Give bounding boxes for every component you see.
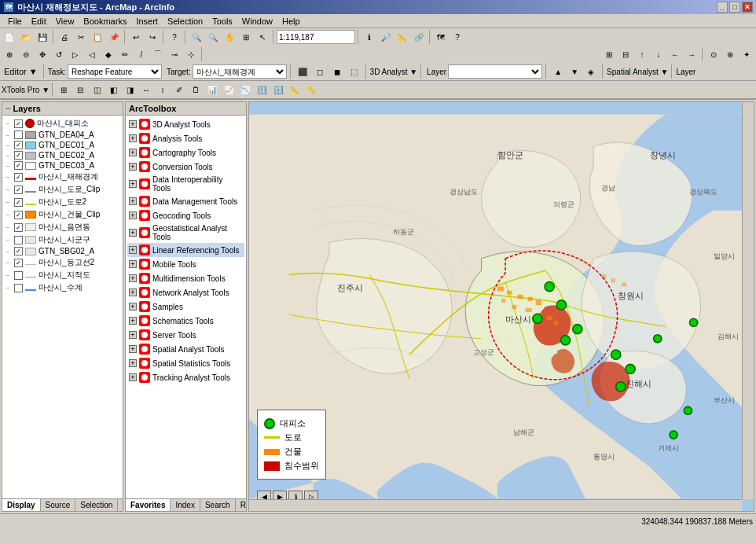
arctool-item-18[interactable]: + Tracking Analyst Tools: [127, 370, 244, 384]
copy-btn[interactable]: 📋: [90, 29, 105, 45]
vertex-btn[interactable]: ◆: [101, 46, 116, 62]
arc-tab-search[interactable]: Search: [200, 499, 236, 511]
close-button[interactable]: ✕: [742, 2, 753, 13]
trace-btn[interactable]: ⊸: [167, 46, 182, 62]
task-dropdown[interactable]: Reshape Feature: [68, 64, 162, 79]
arctool-item-11[interactable]: + Multidimension Tools: [127, 271, 244, 285]
arctool-expand-5[interactable]: +: [129, 180, 137, 188]
menu-edit[interactable]: Edit: [27, 16, 51, 27]
maximize-button[interactable]: □: [729, 2, 740, 13]
arc-tab-results[interactable]: Results: [236, 499, 247, 511]
arctool-expand-12[interactable]: +: [129, 289, 137, 296]
zoom-in-btn[interactable]: 🔍: [189, 29, 204, 45]
spatial-label[interactable]: Spatial Analyst ▼: [607, 68, 668, 76]
tab-display[interactable]: Display: [2, 499, 41, 511]
layer-check-11[interactable]: [14, 236, 23, 244]
open-btn[interactable]: 📂: [18, 29, 34, 45]
arctool-item-9[interactable]: + Linear Referencing Tools: [127, 243, 244, 257]
layer-check-4[interactable]: [14, 151, 23, 160]
layer-check-5[interactable]: [14, 161, 23, 170]
arctool-item-10[interactable]: + Mobile Tools: [127, 257, 244, 271]
xt-7[interactable]: ↕: [155, 82, 171, 97]
layer-check-10[interactable]: [14, 223, 23, 232]
menu-view[interactable]: View: [51, 16, 79, 27]
r8[interactable]: ⊛: [722, 46, 738, 62]
layer-check-9[interactable]: [14, 211, 23, 219]
layer-item-6[interactable]: − 마산시_재해경계: [4, 171, 121, 183]
arctool-expand-14[interactable]: +: [129, 317, 137, 325]
tab-source[interactable]: Source: [41, 499, 76, 511]
arctool-item-4[interactable]: + Conversion Tools: [127, 160, 244, 174]
minimize-button[interactable]: _: [717, 2, 728, 13]
edit-tool3[interactable]: ◼: [329, 64, 345, 79]
3d-2[interactable]: ▼: [567, 64, 582, 79]
tab-selection[interactable]: Selection: [75, 499, 118, 511]
arctool-expand-18[interactable]: +: [129, 373, 137, 381]
xt-1[interactable]: ⊞: [56, 82, 72, 97]
r6[interactable]: →: [684, 46, 699, 62]
layer-check-8[interactable]: [14, 198, 23, 207]
layer-check-14[interactable]: [14, 271, 23, 280]
xt-16[interactable]: 📏: [303, 82, 319, 97]
arc-btn[interactable]: ⌒: [150, 46, 166, 62]
map-scrollbar-horizontal[interactable]: [249, 499, 742, 511]
redo-btn[interactable]: ↪: [145, 29, 160, 45]
layer-item-2[interactable]: − GTN_DEA04_A: [4, 130, 121, 140]
layer-item-8[interactable]: − 마산시_도로2: [4, 196, 121, 208]
layer-item-13[interactable]: − 마산시_등고선2: [4, 256, 121, 269]
full-extent-btn[interactable]: ⊞: [238, 29, 254, 45]
arc-tab-index[interactable]: Index: [171, 499, 200, 511]
layer-item-12[interactable]: − GTN_SBG02_A: [4, 246, 121, 256]
map-scrollbar-vertical[interactable]: [742, 102, 754, 499]
arctool-expand-6[interactable]: +: [129, 197, 137, 205]
snap-btn[interactable]: ⊹: [183, 46, 199, 62]
arctool-item-5[interactable]: + Data Interoperability Tools: [127, 174, 244, 194]
arctool-expand-1[interactable]: +: [129, 120, 137, 128]
scale-input[interactable]: [277, 30, 355, 44]
rotate-btn[interactable]: ↺: [51, 46, 67, 62]
select-btn[interactable]: ↖: [255, 29, 270, 45]
r5[interactable]: ←: [667, 46, 683, 62]
zoom-in2-btn[interactable]: ⊕: [2, 46, 17, 62]
menu-insert[interactable]: Insert: [131, 16, 163, 27]
arctool-item-17[interactable]: + Spatial Statistics Tools: [127, 356, 244, 370]
pan2-btn[interactable]: ✥: [35, 46, 50, 62]
3d-3[interactable]: ◈: [583, 64, 599, 79]
arctool-item-7[interactable]: + Geocoding Tools: [127, 208, 244, 222]
arctool-expand-3[interactable]: +: [129, 149, 137, 156]
menu-file[interactable]: File: [3, 16, 27, 27]
arctool-expand-2[interactable]: +: [129, 134, 137, 142]
arctool-item-14[interactable]: + Schematics Tools: [127, 314, 244, 328]
arctool-item-1[interactable]: + 3D Analyst Tools: [127, 117, 244, 131]
zoom-out2-btn[interactable]: ⊖: [18, 46, 34, 62]
arctool-expand-9[interactable]: +: [129, 246, 137, 254]
arc2-btn[interactable]: ?: [450, 29, 465, 45]
sketch-btn[interactable]: ✏: [117, 46, 133, 62]
layer-check-1[interactable]: [14, 119, 23, 128]
xtools-label[interactable]: XTools Pro ▼: [2, 86, 50, 94]
undo-btn[interactable]: ↩: [128, 29, 144, 45]
3d-1[interactable]: ▲: [550, 64, 566, 79]
arctool-expand-11[interactable]: +: [129, 274, 137, 282]
layer-item-1[interactable]: − 마산시_대피소: [4, 117, 121, 130]
map-area[interactable]: 창녕시 함안군 진주시 마산시 창원시 진해시 경상남도 경상북도 경남 의령군…: [248, 101, 754, 512]
r9[interactable]: ✦: [739, 46, 754, 62]
arctool-expand-4[interactable]: +: [129, 163, 137, 171]
identify-btn[interactable]: ℹ: [361, 29, 377, 45]
xt-9[interactable]: 🗒: [188, 82, 204, 97]
xt-3[interactable]: ◫: [89, 82, 105, 97]
target-dropdown[interactable]: 마산시_재해경계: [193, 64, 287, 79]
select2-btn[interactable]: ▷: [68, 46, 83, 62]
arctool-expand-13[interactable]: +: [129, 303, 137, 311]
pan-btn[interactable]: ✋: [222, 29, 237, 45]
hyperlink-btn[interactable]: 🔗: [411, 29, 427, 45]
xt-6[interactable]: ↔: [138, 82, 154, 97]
r4[interactable]: ↓: [651, 46, 666, 62]
layer-item-7[interactable]: − 마산시_도로_Clip: [4, 183, 121, 196]
editor-label[interactable]: Editor ▼: [2, 67, 40, 76]
analyst-label[interactable]: 3D Analyst ▼: [370, 68, 417, 76]
arctool-item-13[interactable]: + Samples: [127, 300, 244, 314]
layer-check-6[interactable]: [14, 173, 23, 182]
arcmap-btn[interactable]: 🗺: [433, 29, 449, 45]
xt-12[interactable]: 📉: [237, 82, 253, 97]
